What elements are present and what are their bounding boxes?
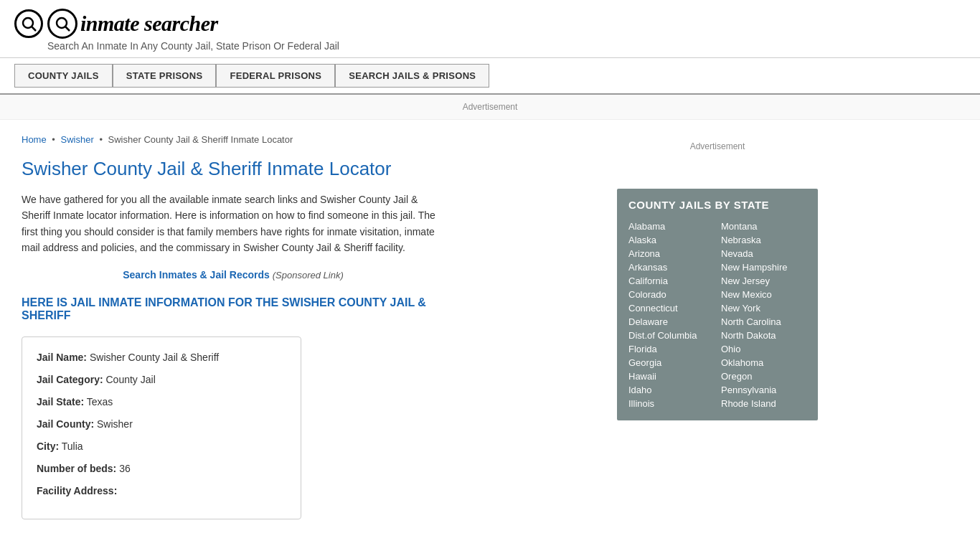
- state-link-arizona[interactable]: Arizona: [628, 247, 714, 260]
- logo-area: inmate searcher: [14, 9, 966, 39]
- state-link-dist.of-columbia[interactable]: Dist.of Columbia: [628, 329, 714, 342]
- svg-point-2: [57, 18, 67, 28]
- state-link-nebraska[interactable]: Nebraska: [721, 233, 806, 247]
- state-link-north-carolina[interactable]: North Carolina: [721, 315, 806, 329]
- svg-point-0: [23, 18, 33, 28]
- jail-name-row: Jail Name: Swisher County Jail & Sheriff: [37, 350, 286, 365]
- logo-text: inmate searcher: [47, 9, 218, 39]
- tagline: Search An Inmate In Any County Jail, Sta…: [47, 40, 966, 52]
- breadcrumb: Home • Swisher • Swisher County Jail & S…: [22, 134, 581, 145]
- state-link-alabama[interactable]: Alabama: [628, 220, 714, 233]
- jail-state-row: Jail State: Texas: [37, 395, 286, 410]
- state-link-georgia[interactable]: Georgia: [628, 356, 714, 369]
- svg-line-1: [32, 27, 37, 32]
- jail-county-row: Jail County: Swisher: [37, 417, 286, 432]
- jail-name-label: Jail Name:: [37, 352, 87, 363]
- sponsored-note: (Sponsored Link): [273, 270, 344, 281]
- jail-cat-val: County Jail: [105, 374, 155, 385]
- state-columns: AlabamaAlaskaArizonaArkansasCaliforniaCo…: [628, 220, 806, 410]
- state-link-north-dakota[interactable]: North Dakota: [721, 329, 806, 342]
- breadcrumb-parent[interactable]: Swisher: [61, 134, 94, 145]
- state-link-ohio[interactable]: Ohio: [721, 342, 806, 356]
- state-link-rhode-island[interactable]: Rhode Island: [721, 397, 806, 410]
- main-content: Home • Swisher • Swisher County Jail & S…: [0, 120, 980, 534]
- state-link-oklahoma[interactable]: Oklahoma: [721, 356, 806, 369]
- state-link-delaware[interactable]: Delaware: [628, 315, 714, 329]
- state-link-new-york[interactable]: New York: [721, 301, 806, 315]
- ad-banner: Advertisement: [0, 95, 980, 120]
- state-link-california[interactable]: California: [628, 274, 714, 288]
- state-link-new-hampshire[interactable]: New Hampshire: [721, 260, 806, 274]
- sponsored-link[interactable]: Search Inmates & Jail Records: [123, 269, 270, 281]
- state-col-left: AlabamaAlaskaArizonaArkansasCaliforniaCo…: [628, 220, 714, 410]
- nav-item-county-jails[interactable]: COUNTY JAILS: [14, 64, 113, 88]
- state-col-right: MontanaNebraskaNevadaNew HampshireNew Je…: [721, 220, 806, 410]
- jail-name-val: Swisher County Jail & Sheriff: [90, 352, 219, 363]
- breadcrumb-home[interactable]: Home: [22, 134, 47, 145]
- nav-item-federal-prisons[interactable]: FEDERAL PRISONS: [216, 64, 335, 88]
- state-link-connecticut[interactable]: Connecticut: [628, 301, 714, 315]
- jail-city-val: Tulia: [62, 441, 83, 452]
- jail-city-row: City: Tulia: [37, 439, 286, 454]
- state-link-nevada[interactable]: Nevada: [721, 247, 806, 260]
- logo-icon: [14, 9, 43, 38]
- header: inmate searcher Search An Inmate In Any …: [0, 0, 980, 58]
- state-link-hawaii[interactable]: Hawaii: [628, 369, 714, 383]
- section-heading: HERE IS JAIL INMATE INFORMATION FOR THE …: [22, 296, 445, 322]
- jail-address-label: Facility Address:: [37, 485, 117, 496]
- sponsored-section: Search Inmates & Jail Records (Sponsored…: [22, 269, 445, 281]
- state-link-alaska[interactable]: Alaska: [628, 233, 714, 247]
- state-link-illinois[interactable]: Illinois: [628, 397, 714, 410]
- jail-category-row: Jail Category: County Jail: [37, 372, 286, 387]
- jail-county-label: Jail County:: [37, 418, 94, 430]
- jail-beds-val: 36: [119, 463, 131, 474]
- state-link-idaho[interactable]: Idaho: [628, 383, 714, 397]
- jail-info-box: Jail Name: Swisher County Jail & Sheriff…: [22, 336, 301, 519]
- content-area: Home • Swisher • Swisher County Jail & S…: [0, 120, 603, 534]
- breadcrumb-sep-1: •: [52, 134, 55, 145]
- state-link-florida[interactable]: Florida: [628, 342, 714, 356]
- state-link-oregon[interactable]: Oregon: [721, 369, 806, 383]
- svg-line-3: [65, 27, 70, 31]
- state-link-new-jersey[interactable]: New Jersey: [721, 274, 806, 288]
- description-text: We have gathered for you all the availab…: [22, 192, 445, 256]
- state-box-title: COUNTY JAILS BY STATE: [628, 199, 806, 211]
- sidebar-ad: Advertisement: [617, 134, 818, 177]
- jail-address-row: Facility Address:: [37, 484, 286, 499]
- jail-county-val: Swisher: [97, 418, 133, 430]
- nav-item-state-prisons[interactable]: STATE PRISONS: [113, 64, 217, 88]
- state-link-colorado[interactable]: Colorado: [628, 288, 714, 301]
- jail-beds-label: Number of beds:: [37, 463, 116, 474]
- state-link-montana[interactable]: Montana: [721, 220, 806, 233]
- state-link-new-mexico[interactable]: New Mexico: [721, 288, 806, 301]
- page-title: Swisher County Jail & Sheriff Inmate Loc…: [22, 158, 581, 180]
- breadcrumb-sep-2: •: [99, 134, 103, 145]
- jail-state-label: Jail State:: [37, 396, 84, 408]
- jail-state-val: Texas: [87, 396, 113, 408]
- nav-list: COUNTY JAILS STATE PRISONS FEDERAL PRISO…: [14, 64, 966, 88]
- nav-item-search-jails[interactable]: SEARCH JAILS & PRISONS: [335, 64, 489, 88]
- nav-bar: COUNTY JAILS STATE PRISONS FEDERAL PRISO…: [0, 58, 980, 95]
- jail-category-label: Jail Category:: [37, 374, 103, 385]
- jail-city-label: City:: [37, 441, 59, 452]
- state-link-arkansas[interactable]: Arkansas: [628, 260, 714, 274]
- state-box: COUNTY JAILS BY STATE AlabamaAlaskaArizo…: [617, 189, 818, 420]
- breadcrumb-current: Swisher County Jail & Sheriff Inmate Loc…: [108, 134, 293, 145]
- jail-beds-row: Number of beds: 36: [37, 461, 286, 476]
- sidebar: Advertisement COUNTY JAILS BY STATE Alab…: [603, 120, 825, 534]
- state-link-pennsylvania[interactable]: Pennsylvania: [721, 383, 806, 397]
